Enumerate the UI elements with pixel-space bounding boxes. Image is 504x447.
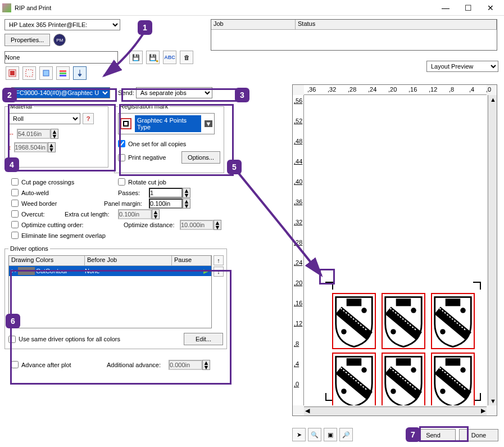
- regmark-dropdown-icon[interactable]: ▼: [205, 120, 212, 127]
- save-icon[interactable]: 💾: [129, 51, 143, 64]
- preview-shield: [431, 353, 475, 405]
- preview-shield: [382, 293, 425, 349]
- svg-point-14: [440, 329, 445, 334]
- move-up-icon[interactable]: ↑: [214, 255, 224, 265]
- annotation-1: 1: [138, 20, 152, 35]
- zoom-all-icon[interactable]: 🔎: [339, 428, 353, 441]
- advance-after-plot-checkbox[interactable]: [11, 361, 19, 368]
- print-negative-checkbox[interactable]: [118, 154, 125, 161]
- ruler-horizontal: ,36,32 ,28,24 ,20,16 ,12,8 ,4,0: [304, 85, 487, 95]
- material-type-select[interactable]: Roll: [8, 113, 80, 124]
- layout-preview-select[interactable]: Layout Preview: [426, 61, 498, 72]
- additional-advance-input[interactable]: [169, 360, 202, 370]
- material-width[interactable]: [17, 129, 51, 139]
- preview-pane: ,36,32 ,28,24 ,20,16 ,12,8 ,4,0 ,56,52 ,…: [292, 84, 497, 416]
- auto-weld-checkbox[interactable]: [11, 189, 19, 196]
- rotate-cut-job-checkbox[interactable]: [118, 178, 125, 186]
- driver-edit-button[interactable]: Edit...: [184, 333, 223, 345]
- app-icon: [2, 3, 11, 12]
- annotation-2: 2: [2, 88, 17, 102]
- move-down-icon[interactable]: ↓: [214, 267, 224, 277]
- regmark-tr: [473, 282, 481, 290]
- driver-table[interactable]: Drawing Colors Before Job Pause ✂ CutCon…: [8, 255, 212, 328]
- cutter-select[interactable]: FC9000-140(#0)@Graphtec USB: [11, 87, 110, 98]
- window-title: RIP and Print: [15, 4, 434, 11]
- driver-row-cutcontour[interactable]: ✂ CutContour None ▶: [9, 266, 211, 276]
- svg-point-15: [460, 308, 465, 313]
- send-mode-select[interactable]: As separate jobs: [136, 87, 212, 98]
- svg-rect-6: [60, 75, 66, 76]
- preview-shield: [332, 293, 376, 349]
- eliminate-overlap-checkbox[interactable]: [11, 232, 19, 239]
- titlebar: RIP and Print — ☐ ✕: [0, 0, 504, 16]
- svg-rect-16: [347, 358, 362, 365]
- svg-rect-10: [396, 299, 411, 306]
- delete-icon[interactable]: 🗑: [180, 51, 193, 64]
- annotation-6: 6: [6, 314, 20, 328]
- svg-point-8: [341, 329, 346, 334]
- close-button[interactable]: ✕: [479, 1, 502, 15]
- regmark-type[interactable]: Graphtec 4 Points Type: [135, 115, 201, 132]
- same-driver-opts-checkbox[interactable]: [8, 336, 16, 343]
- weed-border-checkbox[interactable]: [11, 200, 19, 207]
- svg-point-9: [361, 308, 366, 313]
- panel-margin-input[interactable]: [149, 198, 183, 209]
- tab-icon-2[interactable]: [22, 66, 36, 80]
- svg-point-21: [411, 367, 416, 372]
- overcut-checkbox[interactable]: [11, 210, 19, 218]
- tab-icon-3[interactable]: [39, 66, 53, 80]
- annotation-4: 4: [4, 157, 19, 172]
- printer-select[interactable]: HP Latex 365 Printer@FILE:: [4, 19, 120, 30]
- svg-point-24: [460, 367, 465, 372]
- extra-cut-length-input[interactable]: [118, 209, 152, 219]
- passes-input[interactable]: [149, 188, 183, 198]
- pm-icon[interactable]: PM: [53, 34, 66, 46]
- cut-settings-pane: FC9000-140(#0)@Graphtec USB Send: As sep…: [4, 87, 280, 419]
- tab-icon-1[interactable]: [6, 66, 19, 80]
- material-help-icon[interactable]: ?: [83, 113, 94, 124]
- material-legend: Material: [8, 103, 34, 110]
- material-height[interactable]: [14, 142, 48, 152]
- save-as-icon[interactable]: 💾●: [146, 51, 160, 64]
- annotation-5: 5: [227, 160, 242, 174]
- done-button[interactable]: Done: [459, 429, 498, 441]
- zoom-in-icon[interactable]: 🔍: [308, 428, 321, 441]
- tab-icon-4[interactable]: [56, 66, 70, 80]
- cut-page-crossings-checkbox[interactable]: [11, 178, 19, 186]
- svg-rect-19: [396, 358, 411, 365]
- properties-button[interactable]: Properties...: [4, 34, 50, 46]
- preview-shield: [382, 353, 425, 405]
- pointer-icon[interactable]: ➤: [292, 428, 306, 441]
- optimize-order-checkbox[interactable]: [11, 221, 19, 228]
- regmark-options-button[interactable]: Options...: [181, 151, 220, 164]
- preview-shield: [332, 353, 376, 405]
- driver-legend: Driver options: [8, 245, 50, 252]
- status-header: Status: [296, 20, 497, 29]
- scrollbar-h[interactable]: ◀▶: [304, 407, 487, 416]
- svg-point-11: [391, 329, 396, 334]
- svg-rect-22: [446, 358, 461, 365]
- profile-input[interactable]: [4, 51, 118, 64]
- abc-icon[interactable]: ABC: [163, 51, 176, 64]
- material-group: Material Roll ? ↔ ▲▼ ↕ ▲▼: [4, 103, 108, 168]
- svg-point-12: [411, 308, 416, 313]
- minimize-button[interactable]: —: [434, 1, 457, 15]
- tab-icon-cutter[interactable]: [73, 66, 87, 80]
- svg-point-20: [391, 389, 396, 394]
- maximize-button[interactable]: ☐: [457, 1, 479, 15]
- height-icon: ↕: [8, 144, 12, 151]
- optimize-distance-input[interactable]: [180, 220, 214, 230]
- send-label: Send:: [118, 89, 134, 96]
- job-status-table: Job Status: [211, 19, 497, 51]
- svg-point-17: [341, 389, 346, 394]
- scrollbar-v[interactable]: ▲▼: [488, 95, 497, 405]
- fit-icon[interactable]: ▣: [324, 428, 337, 441]
- svg-rect-2: [26, 70, 33, 76]
- job-header: Job: [211, 20, 296, 29]
- preview-canvas[interactable]: [304, 95, 487, 405]
- svg-rect-1: [10, 71, 15, 75]
- regmark-tl: [325, 282, 333, 290]
- regmark-legend: Registration mark: [118, 103, 170, 110]
- svg-rect-7: [347, 299, 362, 306]
- one-set-checkbox[interactable]: [118, 140, 125, 147]
